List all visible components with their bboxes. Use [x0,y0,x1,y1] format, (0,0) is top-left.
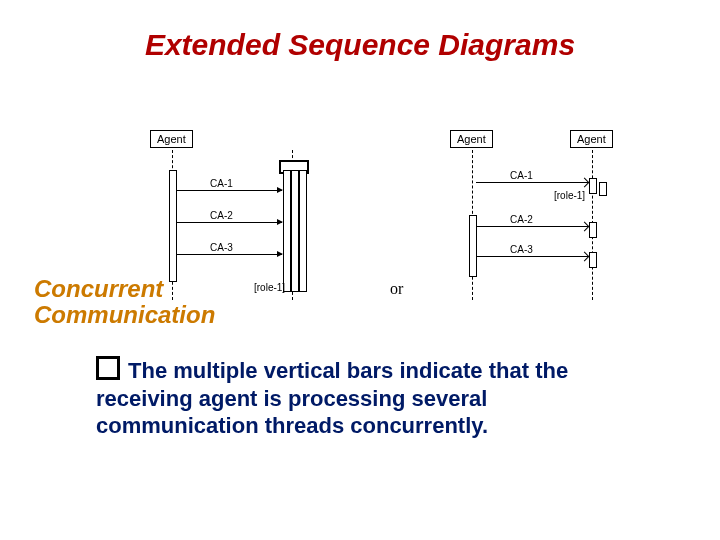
bullet-icon [96,356,120,380]
slide-title: Extended Sequence Diagrams [0,28,720,62]
body-text: The multiple vertical bars indicate that… [96,356,616,440]
right-sender-activation [469,215,477,277]
right-receiver-bar2 [589,222,597,238]
left-msg3-label: CA-3 [210,242,233,253]
right-agent2-box: Agent [570,130,613,148]
subtitle-line1: Concurrent [34,275,163,302]
diagram-area: Agent Agent CA-1 CA-2 CA-3 [role-1] or A… [150,130,670,325]
left-msg1-label: CA-1 [210,178,233,189]
left-role-label: [role-1] [254,282,285,293]
right-msg2-arrow [476,226,588,227]
right-receiver-bar1 [589,178,597,194]
left-agent2-box: Agent [150,130,193,148]
left-msg1-arrow [176,190,282,191]
left-msg2-arrow [176,222,282,223]
left-sender-activation [169,170,177,282]
bullet-line-1: The multiple vertical bars indicate that [128,358,529,383]
right-msg1-label: CA-1 [510,170,533,181]
right-msg2-label: CA-2 [510,214,533,225]
right-receiver-bar3 [589,252,597,268]
right-msg1-arrow [476,182,588,183]
left-receiver-bar3 [299,170,307,292]
left-msg3-arrow [176,254,282,255]
right-agent1-box: Agent [450,130,493,148]
left-receiver-bar1 [283,170,291,292]
right-receiver-bar1b [599,182,607,196]
left-receiver-bar2 [291,170,299,292]
right-msg3-label: CA-3 [510,244,533,255]
right-role1-label: [role-1] [554,190,585,201]
or-separator: or [390,280,403,298]
left-msg2-label: CA-2 [210,210,233,221]
right-msg3-arrow [476,256,588,257]
